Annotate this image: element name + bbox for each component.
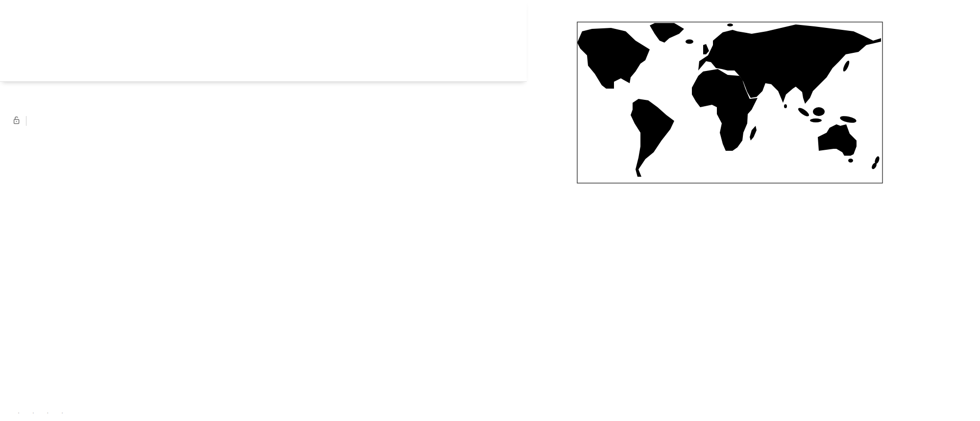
- satellite-strip: [577, 184, 882, 229]
- sumatra: [797, 106, 810, 117]
- svalbard: [727, 23, 733, 26]
- open-lock-icon: [13, 116, 20, 127]
- japan: [842, 60, 850, 72]
- borneo: [813, 107, 825, 116]
- australia: [818, 124, 857, 156]
- divider: [26, 116, 26, 126]
- article-type-row: [13, 116, 32, 126]
- south-america: [631, 99, 674, 177]
- sri-lanka: [784, 104, 787, 108]
- site-header: [0, 0, 527, 82]
- science-article-page: · · · ·: [0, 0, 980, 421]
- madagascar: [750, 126, 757, 140]
- iceland: [686, 40, 693, 44]
- world-map: [577, 22, 882, 183]
- north-america: [577, 28, 650, 89]
- java: [810, 118, 822, 122]
- article-meta: · · · ·: [12, 409, 69, 416]
- new-guinea: [839, 115, 857, 124]
- greenland: [650, 23, 684, 43]
- tasmania: [848, 159, 853, 163]
- united-kingdom: [703, 44, 709, 54]
